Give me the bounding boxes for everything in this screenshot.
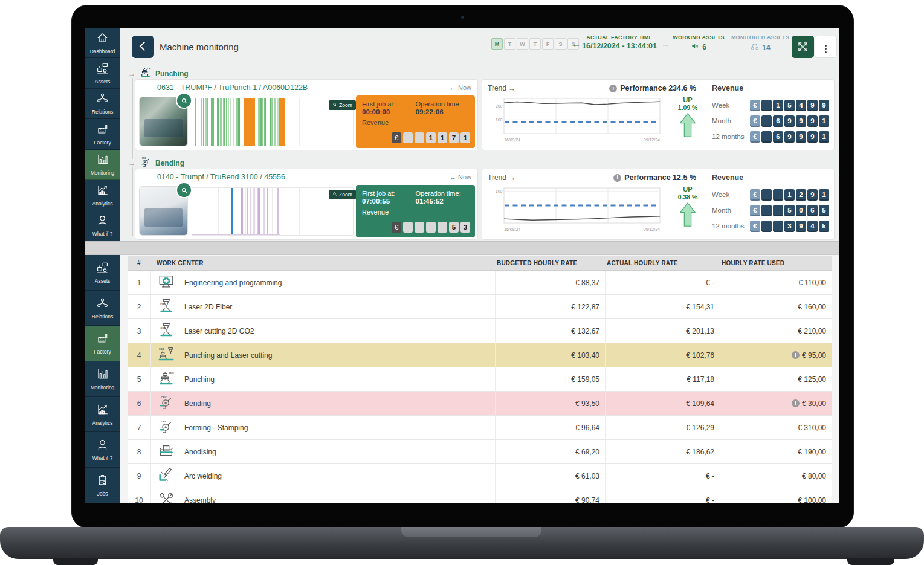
day-button-2[interactable]: W bbox=[517, 38, 528, 50]
job-info-row: First job at:00:00:00Operation time:09:2… bbox=[362, 100, 469, 115]
monitoring-icon bbox=[96, 367, 109, 383]
used-rate-value-wrap: € 125,00 bbox=[798, 375, 826, 384]
work-center-row[interactable]: 2FIBLaser 2D Fiber€ 122,87€ 154,31€ 160,… bbox=[128, 295, 832, 319]
day-button-4[interactable]: F bbox=[542, 38, 554, 50]
photo-magnifier-button[interactable] bbox=[176, 92, 192, 109]
sidebar-item-analytics[interactable]: Analytics bbox=[85, 397, 120, 433]
sidebar-item-monitoring[interactable]: Monitoring bbox=[85, 150, 120, 180]
svg-text:CNC: CNC bbox=[169, 372, 174, 375]
day-button-1[interactable]: T bbox=[504, 38, 515, 50]
work-center-row[interactable]: 6CNCBending€ 93,50€ 109,64i€ 30,00 bbox=[128, 392, 832, 416]
panel-split-scrollbar[interactable] bbox=[85, 241, 839, 255]
photo-magnifier-button[interactable] bbox=[176, 182, 192, 198]
timeline-stripe bbox=[205, 98, 207, 146]
used-rate-value: € 95,00 bbox=[802, 351, 826, 360]
timeline-stripe bbox=[247, 188, 248, 235]
blank-digit-box bbox=[403, 222, 413, 233]
sidebar-item-relations[interactable]: Relations bbox=[85, 89, 120, 119]
work-center-name: Engineering and programming bbox=[184, 279, 282, 287]
work-center-row[interactable]: 5CNCPunching€ 159,05€ 117,18€ 125,00 bbox=[128, 367, 832, 392]
day-button-5[interactable]: S bbox=[555, 38, 566, 50]
work-center-cell: Arc welding bbox=[150, 464, 495, 488]
work-center-row[interactable]: 9Arc welding€ 61,03€ -€ 80,00 bbox=[128, 464, 832, 488]
section-title: Bending bbox=[155, 159, 184, 167]
sidebar-item-assets[interactable]: Assets bbox=[85, 255, 120, 291]
revenue-period-label: Month bbox=[712, 117, 731, 124]
work-center-name: Forming - Stamping bbox=[184, 424, 248, 432]
svg-text:200: 200 bbox=[496, 104, 503, 108]
timeline-stripe bbox=[233, 98, 234, 146]
performance-readout: iPerformance 12.5 % bbox=[613, 173, 696, 182]
used-rate-cell: € 190,00 bbox=[720, 440, 832, 463]
next-day-arrow[interactable]: → bbox=[661, 39, 670, 49]
work-center-row[interactable]: 4CO2Punching and Laser cutting€ 103,40€ … bbox=[128, 343, 832, 367]
work-center-name: Arc welding bbox=[184, 472, 222, 480]
used-rate-value: € 125,00 bbox=[798, 375, 826, 384]
sidebar-item-monitoring[interactable]: Monitoring bbox=[85, 361, 120, 397]
work-center-cell: Engineering and programming bbox=[150, 271, 495, 294]
revenue-counter: €69991 bbox=[750, 115, 829, 127]
digit-box: 4 bbox=[807, 221, 818, 232]
row-number: 2 bbox=[128, 303, 150, 311]
sidebar-item-what-if[interactable]: What if ? bbox=[85, 432, 120, 468]
svg-text:16/09/24: 16/09/24 bbox=[504, 138, 520, 142]
kebab-menu-button[interactable] bbox=[815, 36, 837, 58]
fullscreen-button[interactable] bbox=[792, 36, 814, 58]
previous-day-arrow[interactable]: ← bbox=[572, 39, 581, 49]
sidebar-item-analytics[interactable]: Analytics bbox=[85, 180, 120, 210]
bending-icon: CNC bbox=[157, 393, 175, 413]
actual-rate-cell: € 109,64 bbox=[605, 392, 720, 415]
digit-box: 3 bbox=[460, 222, 470, 233]
sidebar-item-what-if[interactable]: What if ? bbox=[85, 210, 120, 241]
used-rate-value: € 190,00 bbox=[798, 448, 826, 456]
trend-up-indicator: UP0.38 % bbox=[673, 186, 702, 229]
working-assets-count: 6 bbox=[702, 43, 706, 51]
back-button[interactable] bbox=[132, 36, 154, 58]
asset-title-link[interactable]: 0631 - TRUMPF / TruPunch 1 / A0060D122B bbox=[157, 83, 308, 92]
now-label: Now bbox=[458, 84, 471, 91]
timeline-stripe bbox=[224, 98, 225, 146]
sidebar-item-factory[interactable]: Factory bbox=[85, 119, 120, 149]
actual-rate-cell: € 102,76 bbox=[605, 343, 720, 367]
work-center-row[interactable]: 8Anodising€ 69,20€ 186,62€ 190,00 bbox=[128, 440, 832, 464]
svg-text:09/12/24: 09/12/24 bbox=[644, 227, 660, 231]
rate-info-icon[interactable]: i bbox=[792, 399, 800, 407]
sidebar-item-relations[interactable]: Relations bbox=[85, 291, 120, 326]
col-header-work-center: WORK CENTER bbox=[150, 260, 495, 266]
budgeted-rate-cell: € 132,67 bbox=[495, 319, 605, 343]
revenue-counter: €69991 bbox=[750, 131, 829, 143]
asset-title-link[interactable]: 0140 - Trumpf / TruBend 3100 / 45556 bbox=[157, 173, 285, 181]
trend-label: Trend → bbox=[488, 84, 515, 92]
working-assets-label: WORKING ASSETS bbox=[671, 34, 726, 40]
revenue-period-label: Month bbox=[712, 207, 731, 214]
sidebar-item-label: Factory bbox=[94, 140, 111, 146]
sidebar-item-factory[interactable]: Factory bbox=[85, 326, 120, 361]
work-center-row[interactable]: 10Assembly€ 90,74€ -€ 100,00 bbox=[128, 488, 832, 503]
work-center-row[interactable]: 3CO2Laser cutting 2D CO2€ 132,67€ 201,13… bbox=[128, 319, 832, 343]
sidebar-item-dashboard[interactable]: Dashboard bbox=[85, 28, 120, 58]
timeline-stripe bbox=[212, 98, 214, 146]
used-rate-value: € 80,00 bbox=[802, 472, 826, 480]
analytics-icon bbox=[96, 403, 109, 418]
day-button-3[interactable]: T bbox=[529, 38, 541, 50]
euro-box: € bbox=[750, 221, 760, 232]
revenue-row-12-months: 12 months€69991 bbox=[712, 131, 829, 143]
work-center-row[interactable]: 1Engineering and programming€ 88,37€ -€ … bbox=[128, 271, 832, 295]
sidebar-item-jobs[interactable]: Jobs bbox=[85, 468, 120, 503]
trend-revenue-divider bbox=[705, 174, 705, 234]
day-selector: MTWTFSS bbox=[491, 38, 579, 50]
row-number: 4 bbox=[128, 351, 150, 360]
digit-box: 9 bbox=[807, 115, 818, 127]
day-button-0[interactable]: M bbox=[491, 38, 503, 50]
timeline-stripe bbox=[250, 188, 251, 235]
budgeted-rate-cell: € 88,37 bbox=[495, 271, 605, 294]
timeline-zoom-button[interactable]: Zoom bbox=[329, 190, 356, 199]
work-center-row[interactable]: 7CNCForming - Stamping€ 96,64€ 126,29€ 3… bbox=[128, 416, 832, 440]
sidebar-item-assets[interactable]: Assets bbox=[85, 58, 120, 88]
timeline-stripe bbox=[277, 188, 279, 235]
info-icon[interactable]: i bbox=[613, 174, 621, 182]
rate-info-icon[interactable]: i bbox=[792, 351, 800, 359]
info-icon[interactable]: i bbox=[609, 85, 617, 92]
timeline-zoom-button[interactable]: Zoom bbox=[329, 100, 356, 110]
sidebar-item-label: Analytics bbox=[92, 201, 112, 207]
